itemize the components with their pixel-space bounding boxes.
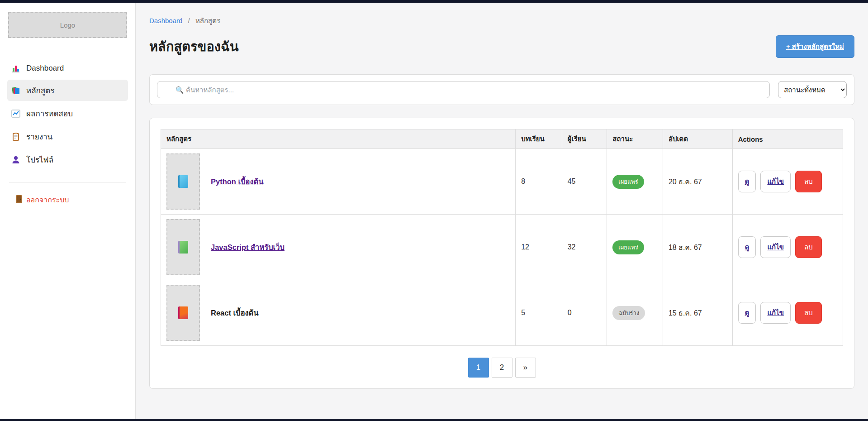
table-row: React เบื้องต้น 5 0 ฉบับร่าง 15 ธ.ค. 67 …	[161, 280, 843, 346]
sidebar-item-label: ผลการทดสอบ	[26, 107, 73, 120]
breadcrumb-current: หลักสูตร	[195, 17, 220, 24]
person-icon	[11, 155, 21, 165]
filter-card: สถานะทั้งหมด	[149, 74, 854, 105]
course-title-text: React เบื้องต้น	[211, 307, 259, 319]
create-course-button[interactable]: + สร้างหลักสูตรใหม่	[776, 35, 854, 58]
sidebar-divider	[9, 182, 126, 182]
header-students: ผู้เรียน	[562, 129, 607, 149]
status-badge: เผยแพร่	[612, 240, 644, 254]
students-count: 32	[562, 215, 607, 280]
search-wrap	[157, 81, 770, 98]
header-status: สถานะ	[607, 129, 663, 149]
header-lessons: บทเรียน	[516, 129, 562, 149]
main-content: Dashboard / หลักสูตร หลักสูตรของฉัน + สร…	[136, 3, 868, 419]
actions-cell: ดู แก้ไข ลบ	[738, 171, 837, 192]
lessons-count: 8	[516, 149, 562, 215]
books-icon	[11, 86, 21, 96]
breadcrumb-separator: /	[188, 17, 190, 24]
header-course: หลักสูตร	[161, 129, 516, 149]
course-thumbnail-placeholder	[166, 153, 200, 210]
breadcrumb-dashboard-link[interactable]: Dashboard	[149, 17, 182, 24]
lessons-count: 12	[516, 215, 562, 280]
line-chart-icon	[11, 109, 21, 119]
sidebar-item-test-results[interactable]: ผลการทดสอบ	[7, 103, 128, 124]
sidebar-item-label: รายงาน	[26, 130, 52, 143]
logo-text: Logo	[60, 21, 75, 29]
green-book-icon	[178, 241, 188, 254]
delete-button[interactable]: ลบ	[795, 302, 822, 324]
actions-cell: ดู แก้ไข ลบ	[738, 236, 837, 258]
course-title-link[interactable]: JavaScript สำหรับเว็บ	[211, 241, 285, 253]
view-button[interactable]: ดู	[738, 236, 756, 258]
status-filter-select[interactable]: สถานะทั้งหมด	[778, 81, 847, 98]
status-badge: ฉบับร่าง	[612, 306, 645, 320]
view-button[interactable]: ดู	[738, 302, 756, 324]
orange-book-icon	[178, 306, 188, 319]
door-icon	[15, 195, 23, 206]
updated-date: 15 ธ.ค. 67	[663, 280, 732, 346]
students-count: 45	[562, 149, 607, 215]
pagination-page-2[interactable]: 2	[492, 358, 512, 378]
updated-date: 18 ธ.ค. 67	[663, 215, 732, 280]
page-header: หลักสูตรของฉัน + สร้างหลักสูตรใหม่	[149, 35, 854, 58]
status-badge: เผยแพร่	[612, 175, 644, 189]
table-row: JavaScript สำหรับเว็บ 12 32 เผยแพร่ 18 ธ…	[161, 215, 843, 280]
delete-button[interactable]: ลบ	[795, 236, 822, 258]
delete-button[interactable]: ลบ	[795, 171, 822, 192]
courses-table: หลักสูตร บทเรียน ผู้เรียน สถานะ อัปเดต A…	[161, 129, 843, 346]
edit-button[interactable]: แก้ไข	[760, 171, 791, 192]
sidebar-item-dashboard[interactable]: Dashboard	[7, 59, 128, 78]
header-updated: อัปเดต	[663, 129, 732, 149]
page-title: หลักสูตรของฉัน	[149, 36, 239, 57]
course-thumbnail-placeholder	[166, 219, 200, 275]
course-cell: React เบื้องต้น	[166, 285, 510, 341]
pagination: 1 2 »	[161, 358, 843, 378]
course-thumbnail-placeholder	[166, 285, 200, 341]
actions-cell: ดู แก้ไข ลบ	[738, 302, 837, 324]
students-count: 0	[562, 280, 607, 346]
table-row: Python เบื้องต้น 8 45 เผยแพร่ 20 ธ.ค. 67…	[161, 149, 843, 215]
breadcrumb: Dashboard / หลักสูตร	[149, 15, 854, 26]
logo-placeholder: Logo	[8, 12, 127, 38]
courses-table-card: หลักสูตร บทเรียน ผู้เรียน สถานะ อัปเดต A…	[149, 118, 854, 389]
logout-link[interactable]: ออกจากระบบ	[15, 194, 69, 206]
sidebar-nav: Dashboard หลักสูตร	[0, 59, 135, 170]
edit-button[interactable]: แก้ไข	[760, 302, 791, 324]
sidebar-item-label: หลักสูตร	[26, 84, 54, 96]
pagination-page-1[interactable]: 1	[468, 358, 489, 378]
pagination-next-button[interactable]: »	[515, 358, 536, 378]
sidebar-item-reports[interactable]: รายงาน	[7, 126, 128, 147]
logout-label: ออกจากระบบ	[26, 194, 69, 206]
course-cell: Python เบื้องต้น	[166, 153, 510, 210]
blue-book-icon	[178, 175, 188, 188]
header-actions: Actions	[732, 129, 843, 149]
course-cell: JavaScript สำหรับเว็บ	[166, 219, 510, 275]
sidebar-item-label: โปรไฟล์	[26, 153, 53, 166]
lessons-count: 5	[516, 280, 562, 346]
course-title-link[interactable]: Python เบื้องต้น	[211, 176, 264, 187]
sidebar: Logo Dashboard	[0, 3, 136, 419]
view-button[interactable]: ดู	[738, 171, 756, 192]
search-input[interactable]	[157, 81, 770, 98]
table-header-row: หลักสูตร บทเรียน ผู้เรียน สถานะ อัปเดต A…	[161, 129, 843, 149]
clipboard-icon	[11, 132, 21, 142]
sidebar-item-courses[interactable]: หลักสูตร	[7, 80, 128, 101]
app-window: Logo Dashboard	[0, 3, 868, 419]
sidebar-item-label: Dashboard	[26, 64, 64, 73]
sidebar-item-profile[interactable]: โปรไฟล์	[7, 149, 128, 170]
bar-chart-icon	[11, 63, 21, 73]
edit-button[interactable]: แก้ไข	[760, 236, 791, 258]
updated-date: 20 ธ.ค. 67	[663, 149, 732, 215]
